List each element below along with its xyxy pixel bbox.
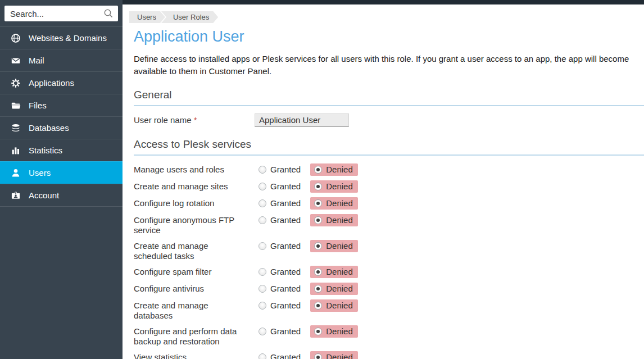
sidebar-item-websites-domains[interactable]: Websites & Domains [0,26,123,49]
service-label: Configure log rotation [134,197,243,208]
search-icon[interactable] [103,8,114,19]
services-list: Manage users and roles Granted Denied Cr… [134,163,644,359]
granted-option[interactable]: Granted [255,240,306,252]
sidebar-item-label: Applications [29,78,74,88]
sidebar-item-mail[interactable]: Mail [0,49,123,71]
service-row-configure-spam-filter: Configure spam filter Granted Denied [134,266,644,278]
granted-label: Granted [270,267,301,276]
denied-radio[interactable] [314,216,322,224]
denied-option[interactable]: Denied [310,197,358,210]
denied-radio[interactable] [314,268,322,276]
service-row-configure-log-rotation: Configure log rotation Granted Denied [134,197,644,210]
granted-option[interactable]: Granted [255,197,306,210]
granted-option[interactable]: Granted [255,283,306,295]
denied-label: Denied [326,284,353,293]
denied-radio[interactable] [314,328,322,335]
denied-radio[interactable] [314,242,322,250]
granted-option[interactable]: Granted [255,163,306,176]
granted-option[interactable]: Granted [255,180,306,193]
granted-label: Granted [270,215,301,225]
sidebar-item-applications[interactable]: Applications [0,71,123,94]
granted-radio[interactable] [258,328,266,335]
service-row-configure-and-perform-data-backup-and-restoration: Configure and perform data backup and re… [134,325,644,347]
sidebar-item-label: Users [29,168,51,178]
sidebar-item-label: Account [29,190,59,200]
granted-label: Granted [270,301,301,310]
granted-radio[interactable] [258,183,266,190]
denied-label: Denied [326,301,353,310]
main-content: Users User Roles Application User Define… [123,4,644,359]
mail-icon [10,56,21,66]
granted-radio[interactable] [258,199,266,207]
granted-radio[interactable] [258,216,266,224]
sidebar-item-statistics[interactable]: Statistics [0,139,123,161]
denied-radio[interactable] [314,199,322,207]
granted-radio[interactable] [258,242,266,250]
general-section-heading: General [134,89,644,106]
granted-option[interactable]: Granted [255,351,306,359]
granted-option[interactable]: Granted [255,299,306,312]
denied-option[interactable]: Denied [310,180,358,193]
denied-option[interactable]: Denied [310,266,358,278]
sidebar-item-files[interactable]: Files [0,94,123,116]
service-label: Create and manage scheduled tasks [134,240,243,261]
breadcrumb-user-roles[interactable]: User Roles [161,11,218,23]
search-input[interactable] [4,6,118,21]
granted-label: Granted [270,165,301,174]
sidebar-item-label: Databases [29,123,69,133]
user-role-name-input[interactable] [255,113,349,127]
denied-option[interactable]: Denied [310,283,358,295]
user-icon [10,168,21,178]
sidebar-item-label: Statistics [29,146,62,155]
service-label: Manage users and roles [134,163,243,175]
service-row-manage-users-and-roles: Manage users and roles Granted Denied [134,163,644,176]
sidebar-search [0,0,123,26]
granted-option[interactable]: Granted [255,325,306,338]
service-label: View statistics [134,351,243,359]
breadcrumb: Users User Roles [129,11,644,23]
granted-radio[interactable] [258,268,266,276]
granted-radio[interactable] [258,302,266,310]
granted-label: Granted [270,181,301,191]
denied-radio[interactable] [314,166,322,174]
denied-label: Denied [326,198,353,208]
granted-radio[interactable] [258,285,266,293]
sidebar-item-databases[interactable]: Databases [0,116,123,139]
page-title: Application User [134,28,644,46]
denied-label: Denied [326,267,353,276]
sidebar-nav: Websites & Domains Mail Applications Fil… [0,26,123,207]
denied-option[interactable]: Denied [310,240,358,252]
granted-option[interactable]: Granted [255,266,306,278]
service-label: Configure anonymous FTP service [134,214,243,235]
service-row-create-and-manage-scheduled-tasks: Create and manage scheduled tasks Grante… [134,240,644,261]
sidebar-item-users[interactable]: Users [0,161,123,184]
service-row-configure-anonymous-ftp-service: Configure anonymous FTP service Granted … [134,214,644,235]
denied-option[interactable]: Denied [310,299,358,312]
denied-option[interactable]: Denied [310,163,358,176]
granted-label: Granted [270,198,301,208]
granted-radio[interactable] [258,166,266,174]
denied-radio[interactable] [314,302,322,310]
denied-label: Denied [326,181,353,191]
denied-label: Denied [326,241,353,251]
denied-radio[interactable] [314,285,322,293]
granted-radio[interactable] [258,353,266,359]
breadcrumb-users[interactable]: Users [129,11,165,23]
service-label: Create and manage sites [134,180,243,192]
bar-chart-icon [10,146,21,156]
denied-option[interactable]: Denied [310,214,358,226]
denied-option[interactable]: Denied [310,351,358,359]
service-label: Create and manage databases [134,299,243,321]
denied-option[interactable]: Denied [310,325,358,338]
sidebar: Websites & Domains Mail Applications Fil… [0,0,123,359]
sidebar-item-account[interactable]: Account [0,184,123,206]
sidebar-item-label: Files [29,101,47,110]
service-label: Configure antivirus [134,283,243,294]
denied-radio[interactable] [314,183,322,190]
granted-option[interactable]: Granted [255,214,306,226]
denied-radio[interactable] [314,353,322,359]
required-asterisk: * [194,115,197,125]
denied-label: Denied [326,165,353,174]
denied-label: Denied [326,326,353,336]
service-row-view-statistics: View statistics Granted Denied [134,351,644,359]
